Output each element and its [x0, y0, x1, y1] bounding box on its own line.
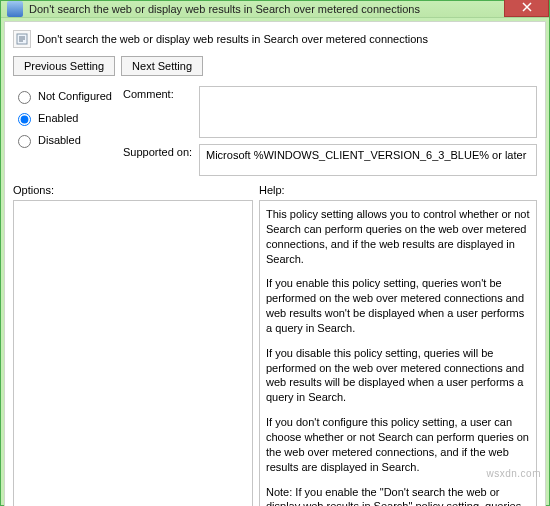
radio-enabled-input[interactable] — [18, 113, 31, 126]
setting-name-text: Don't search the web or display web resu… — [37, 33, 428, 45]
comment-supported-grid: Comment: Supported on: Microsoft %WINDOW… — [123, 86, 537, 176]
options-box[interactable] — [13, 200, 253, 506]
comment-textarea[interactable] — [199, 86, 537, 138]
window-title: Don't search the web or display web resu… — [29, 3, 504, 15]
comment-label: Comment: — [123, 86, 193, 100]
supported-on-box[interactable]: Microsoft %WINDOWS_CLIENT_VERSION_6_3_BL… — [199, 144, 537, 176]
config-row: Not Configured Enabled Disabled Comment:… — [13, 86, 537, 176]
options-label: Options: — [13, 184, 253, 196]
nav-buttons: Previous Setting Next Setting — [13, 56, 537, 76]
help-paragraph: If you disable this policy setting, quer… — [266, 346, 530, 405]
app-icon — [7, 1, 23, 17]
radio-not-configured-input[interactable] — [18, 91, 31, 104]
help-paragraph: This policy setting allows you to contro… — [266, 207, 530, 266]
radio-disabled-input[interactable] — [18, 135, 31, 148]
next-setting-button[interactable]: Next Setting — [121, 56, 203, 76]
radio-enabled[interactable]: Enabled — [13, 110, 113, 126]
radio-not-configured-label: Not Configured — [38, 90, 112, 102]
radio-not-configured[interactable]: Not Configured — [13, 88, 113, 104]
supported-on-label: Supported on: — [123, 144, 193, 158]
help-paragraph: If you don't configure this policy setti… — [266, 415, 530, 474]
previous-setting-button[interactable]: Previous Setting — [13, 56, 115, 76]
client-area: Don't search the web or display web resu… — [4, 21, 546, 506]
dialog-window: Don't search the web or display web resu… — [0, 0, 550, 506]
help-box[interactable]: This policy setting allows you to contro… — [259, 200, 537, 506]
radio-enabled-label: Enabled — [38, 112, 78, 124]
options-column: Options: — [13, 184, 253, 506]
close-button[interactable] — [504, 0, 549, 17]
help-paragraph: Note: If you enable the "Don't search th… — [266, 485, 530, 507]
close-icon — [522, 2, 532, 12]
setting-header: Don't search the web or display web resu… — [13, 30, 537, 48]
help-column: Help: This policy setting allows you to … — [259, 184, 537, 506]
radio-disabled-label: Disabled — [38, 134, 81, 146]
setting-icon — [13, 30, 31, 48]
lower-grid: Options: Help: This policy setting allow… — [13, 184, 537, 506]
state-radio-group: Not Configured Enabled Disabled — [13, 86, 113, 176]
supported-on-text: Microsoft %WINDOWS_CLIENT_VERSION_6_3_BL… — [206, 149, 526, 161]
help-paragraph: If you enable this policy setting, queri… — [266, 276, 530, 335]
radio-disabled[interactable]: Disabled — [13, 132, 113, 148]
titlebar[interactable]: Don't search the web or display web resu… — [1, 1, 549, 18]
help-label: Help: — [259, 184, 537, 196]
